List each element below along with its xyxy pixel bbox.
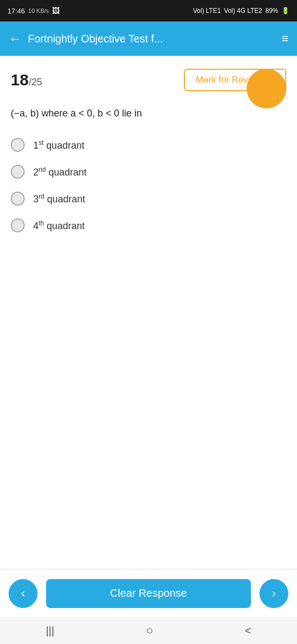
back-button[interactable]: ← bbox=[9, 31, 21, 46]
radio-option-4[interactable] bbox=[11, 218, 25, 232]
timer-circle bbox=[247, 69, 286, 108]
option-1[interactable]: 1st quadrant bbox=[11, 138, 286, 152]
option-4[interactable]: 4th quadrant bbox=[11, 218, 286, 232]
question-total: /25 bbox=[28, 77, 42, 87]
clear-response-label: Clear Response bbox=[110, 587, 187, 599]
header-title: Fortnightly Objective Test f... bbox=[28, 33, 275, 45]
question-number: 18 bbox=[11, 71, 28, 89]
android-home-icon[interactable]: ○ bbox=[146, 624, 153, 638]
option-3-label: 3rd quadrant bbox=[33, 193, 85, 205]
network-speed: 10 KB/s bbox=[28, 8, 49, 14]
radio-option-1[interactable] bbox=[11, 138, 25, 152]
android-back-icon[interactable]: < bbox=[245, 625, 251, 637]
option-3[interactable]: 3rd quadrant bbox=[11, 192, 286, 206]
option-2[interactable]: 2nd quadrant bbox=[11, 165, 286, 179]
status-left: 17:46 10 KB/s 🖼 bbox=[8, 6, 60, 15]
option-1-label: 1st quadrant bbox=[33, 139, 84, 151]
bottom-nav: ‹ Clear Response › bbox=[0, 569, 297, 617]
question-text: (−a, b) where a < 0, b < 0 lie in bbox=[11, 106, 286, 121]
prev-button[interactable]: ‹ bbox=[9, 579, 38, 608]
radio-option-2[interactable] bbox=[11, 165, 25, 179]
menu-button[interactable]: ≡ bbox=[281, 32, 288, 46]
status-bar: 17:46 10 KB/s 🖼 Vol) LTE1 Vol) 4G LTE2 8… bbox=[0, 0, 297, 21]
options-list: 1st quadrant 2nd quadrant 3rd quadrant 4… bbox=[11, 138, 286, 232]
next-icon: › bbox=[272, 587, 276, 601]
battery-icon: 🔋 bbox=[281, 7, 289, 14]
content-area: 18/25 Mark for Review ⚑ (−a, b) where a … bbox=[0, 56, 297, 558]
radio-option-3[interactable] bbox=[11, 192, 25, 206]
screenshot-icon: 🖼 bbox=[52, 6, 60, 15]
app-header: ← Fortnightly Objective Test f... ≡ bbox=[0, 21, 297, 56]
status-right: Vol) LTE1 Vol) 4G LTE2 89% 🔋 bbox=[193, 7, 289, 14]
question-number-container: 18/25 bbox=[11, 71, 42, 89]
prev-icon: ‹ bbox=[21, 587, 25, 601]
battery-display: 89% bbox=[265, 7, 278, 14]
carrier1-label: Vol) LTE1 bbox=[193, 7, 221, 14]
android-nav-bar: ||| ○ < bbox=[0, 617, 297, 644]
android-menu-icon[interactable]: ||| bbox=[46, 625, 55, 637]
time-display: 17:46 bbox=[8, 7, 25, 15]
question-row: 18/25 Mark for Review ⚑ bbox=[11, 69, 286, 91]
option-2-label: 2nd quadrant bbox=[33, 166, 86, 178]
carrier2-label: Vol) 4G LTE2 bbox=[224, 7, 262, 14]
option-4-label: 4th quadrant bbox=[33, 219, 85, 232]
next-button[interactable]: › bbox=[259, 579, 288, 608]
clear-response-button[interactable]: Clear Response bbox=[46, 579, 251, 608]
